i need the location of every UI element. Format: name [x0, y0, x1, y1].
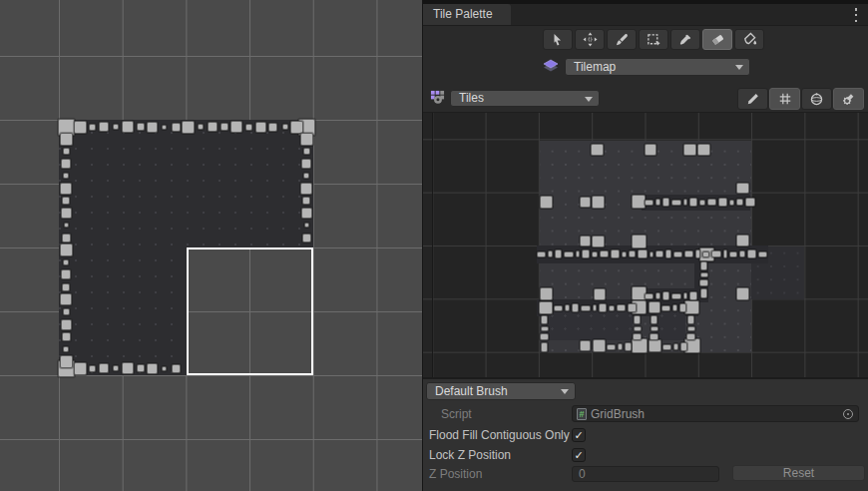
palette-tile[interactable]	[645, 293, 653, 299]
palette-tile[interactable]	[649, 301, 660, 313]
palette-tile[interactable]	[679, 303, 686, 312]
palette-tile[interactable]	[632, 235, 647, 248]
palette-tile[interactable]	[611, 249, 620, 258]
palette-tile[interactable]	[687, 326, 695, 331]
palette-tile[interactable]	[723, 249, 727, 258]
palette-tile[interactable]	[609, 305, 615, 311]
palette-tile[interactable]	[702, 251, 709, 257]
palette-tile[interactable]	[689, 291, 697, 300]
palette-tile[interactable]	[599, 303, 607, 312]
tab-tile-palette[interactable]: Tile Palette	[423, 4, 511, 25]
palette-tile[interactable]	[655, 199, 660, 207]
palette-tile[interactable]	[540, 333, 549, 340]
lock-z-checkbox[interactable]: ✓	[572, 448, 586, 462]
palette-tile[interactable]	[541, 342, 548, 352]
palette-tile[interactable]	[625, 342, 632, 351]
brush-settings-button[interactable]	[833, 88, 864, 110]
palette-tile[interactable]	[632, 195, 646, 209]
palette-tile[interactable]	[540, 287, 553, 300]
palette-tile[interactable]	[700, 261, 707, 270]
move-tool-button[interactable]	[575, 29, 605, 50]
palette-tile[interactable]	[594, 288, 606, 300]
palette-tile[interactable]	[580, 340, 591, 351]
palette-tile[interactable]	[662, 291, 669, 300]
palette-tile[interactable]	[580, 236, 591, 246]
palette-tile[interactable]	[736, 183, 749, 194]
active-tilemap-dropdown[interactable]: Tilemap	[565, 58, 750, 76]
palette-tile[interactable]	[747, 249, 756, 258]
palette-tile[interactable]	[665, 249, 671, 258]
scene-view[interactable]	[0, 0, 422, 491]
object-picker-icon[interactable]	[843, 409, 853, 419]
box-fill-tool-button[interactable]	[639, 29, 668, 50]
palette-tile[interactable]	[537, 251, 546, 257]
palette-tile[interactable]	[758, 251, 767, 257]
palette-tile[interactable]	[736, 235, 749, 246]
palette-tile[interactable]	[617, 304, 626, 312]
palette-tile[interactable]	[671, 200, 681, 206]
palette-tile[interactable]	[582, 249, 590, 258]
palette-tile[interactable]	[539, 301, 553, 314]
palette-tile[interactable]	[572, 303, 579, 312]
palette-tile[interactable]	[638, 249, 648, 258]
palette-tile[interactable]	[581, 305, 591, 311]
palette-tile[interactable]	[745, 198, 755, 207]
palette-tile[interactable]	[736, 199, 743, 207]
palette-tile[interactable]	[541, 326, 549, 331]
palette-tile[interactable]	[686, 333, 695, 340]
palette-tile[interactable]	[633, 333, 642, 340]
edit-palette-button[interactable]	[737, 88, 768, 110]
palette-tile[interactable]	[662, 198, 669, 207]
palette-tile[interactable]	[673, 251, 682, 257]
palette-tile[interactable]	[684, 300, 699, 314]
palette-tile[interactable]	[649, 339, 661, 352]
palette-tile[interactable]	[618, 343, 623, 351]
palette-tile[interactable]	[591, 144, 604, 156]
palette-tile[interactable]	[645, 144, 656, 156]
palette-tile[interactable]	[541, 315, 548, 324]
eraser-tool-button[interactable]	[702, 29, 732, 50]
palette-tile[interactable]	[697, 144, 710, 156]
palette-tile[interactable]	[689, 198, 697, 207]
palette-tile[interactable]	[607, 344, 616, 350]
palette-tile[interactable]	[628, 303, 637, 312]
palette-tile[interactable]	[683, 199, 687, 207]
palette-tile[interactable]	[600, 250, 609, 258]
palette-tile[interactable]	[655, 250, 663, 258]
palette-tile[interactable]	[593, 304, 597, 312]
brush-dropdown[interactable]: Default Brush	[426, 382, 576, 400]
picker-tool-button[interactable]	[670, 29, 700, 50]
palette-tile[interactable]	[672, 304, 677, 312]
palette-tile[interactable]	[683, 144, 696, 156]
palette-tile[interactable]	[540, 196, 553, 209]
palette-tile[interactable]	[592, 236, 605, 247]
palette-tile[interactable]	[699, 200, 705, 206]
palette-tile[interactable]	[684, 250, 693, 258]
palette-tile[interactable]	[739, 250, 745, 258]
palette-tile[interactable]	[683, 292, 687, 300]
palette-tile[interactable]	[554, 305, 563, 311]
flood-fill-checkbox[interactable]: ✓	[572, 428, 586, 442]
palette-tile[interactable]	[555, 249, 562, 258]
palette-tile[interactable]	[718, 198, 727, 207]
script-object-field[interactable]: # GridBrush	[572, 405, 859, 422]
palette-tile[interactable]	[650, 251, 653, 257]
palette-tile[interactable]	[729, 251, 737, 257]
palette-tile[interactable]	[592, 251, 598, 257]
palette-tile[interactable]	[548, 250, 553, 258]
palette-tile[interactable]	[700, 272, 708, 277]
palette-tile[interactable]	[634, 315, 641, 324]
palette-tile[interactable]	[651, 326, 658, 331]
reset-button[interactable]: Reset	[732, 465, 865, 481]
palette-tile[interactable]	[661, 305, 670, 311]
palette-tile[interactable]	[650, 333, 658, 340]
palette-tile[interactable]	[651, 315, 657, 324]
palette-tile[interactable]	[680, 342, 687, 351]
palette-tile[interactable]	[736, 287, 749, 300]
select-tool-button[interactable]	[543, 29, 573, 50]
palette-tile[interactable]	[673, 343, 678, 351]
paint-brush-tool-button[interactable]	[607, 29, 637, 50]
palette-tile[interactable]	[629, 250, 636, 258]
palette-tile[interactable]	[622, 251, 627, 257]
flood-fill-tool-button[interactable]	[734, 29, 764, 50]
